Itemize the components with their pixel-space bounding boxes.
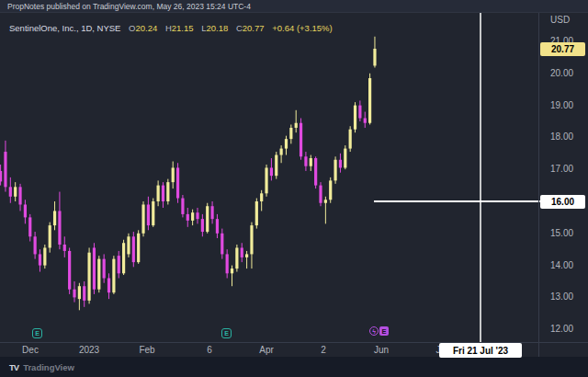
candlestick-chart[interactable] — [0, 0, 588, 377]
time-tick-label: Apr — [259, 345, 274, 355]
candle-body — [226, 254, 229, 273]
tradingview-logo-icon[interactable]: TV — [9, 362, 18, 372]
candle-body — [196, 212, 198, 219]
high-label: H — [165, 23, 172, 33]
candle-body — [265, 167, 267, 193]
candle-body — [250, 225, 253, 254]
candle-body — [122, 243, 125, 273]
footer-bar: TV TradingView — [0, 357, 588, 377]
time-tick-label: Feb — [139, 345, 154, 355]
price-tick-label: 17.00 — [550, 164, 573, 174]
candle-body — [147, 204, 150, 225]
tradingview-brand[interactable]: TradingView — [23, 362, 74, 372]
candle-body — [58, 211, 61, 245]
price-axis-separator — [538, 13, 539, 357]
time-tick-label: 2 — [321, 345, 326, 355]
change-value: +0.64 (+3.15%) — [272, 23, 333, 33]
candle-body — [18, 187, 21, 204]
candle-body — [112, 259, 115, 293]
candle-body — [187, 214, 189, 221]
candle-body — [162, 186, 164, 201]
candle-body — [310, 158, 312, 166]
candle-body — [364, 119, 367, 123]
candle-body — [107, 279, 110, 293]
open-value: 20.24 — [135, 23, 157, 33]
time-tick-label: 2023 — [79, 345, 99, 355]
candle-body — [295, 123, 298, 128]
candle-body — [53, 211, 56, 225]
candle-body — [270, 167, 273, 176]
candle-body — [172, 167, 175, 182]
candle-body — [166, 182, 169, 201]
crosshair-date-badge: Fri 21 Jul '23 — [439, 343, 522, 358]
candle-body — [78, 286, 81, 299]
candle-body — [127, 236, 130, 254]
time-tick-label: 6 — [207, 345, 212, 355]
candle-body — [132, 236, 135, 262]
price-tick-label: 15.00 — [550, 228, 573, 238]
candle-body — [34, 236, 37, 254]
price-tick-label: 13.00 — [550, 291, 573, 302]
symbol-title[interactable]: SentinelOne, Inc., 1D, NYSE — [9, 23, 120, 33]
candle-body — [176, 167, 179, 198]
close-label: C — [236, 23, 243, 33]
candle-body — [9, 187, 12, 196]
candle-body — [210, 206, 213, 219]
candle-body — [304, 156, 307, 166]
candle-body — [220, 234, 223, 255]
candle-body — [93, 247, 96, 289]
earnings-marker-icon[interactable]: E — [221, 328, 232, 338]
candle-body — [157, 186, 160, 201]
candle-body — [68, 251, 71, 290]
candle-body — [87, 253, 90, 301]
price-line-badge: 16.00 — [540, 195, 585, 209]
candle-body — [28, 217, 31, 236]
candle-body — [300, 123, 302, 157]
candle-body — [334, 160, 336, 181]
candle-body — [43, 247, 46, 265]
future-earnings-marker-icon[interactable]: E — [379, 326, 389, 336]
time-tick-label: Dec — [22, 345, 39, 355]
candle-body — [241, 247, 243, 257]
low-value: 20.18 — [207, 23, 229, 33]
candle-body — [319, 186, 322, 203]
candle-body — [14, 187, 17, 196]
candle-body — [97, 259, 100, 290]
bolt-marker-icon[interactable]: ϟ — [369, 326, 379, 336]
candle-body — [285, 139, 288, 148]
candle-body — [4, 152, 6, 187]
candle-body — [324, 200, 327, 202]
candle-body — [152, 201, 154, 225]
candle-body — [216, 219, 219, 234]
candle-body — [24, 204, 27, 217]
currency-label: USD — [550, 15, 570, 25]
candle-body — [354, 106, 356, 130]
candle-body — [73, 290, 75, 298]
candle-body — [339, 160, 342, 168]
price-tick-label: 12.00 — [550, 324, 573, 334]
candle-body — [314, 158, 317, 186]
candle-body — [206, 206, 209, 232]
candle-body — [275, 155, 277, 177]
candle-body — [83, 286, 85, 301]
candle-body — [181, 199, 184, 214]
last-price-badge: 20.77 — [540, 42, 585, 56]
candle-body — [103, 259, 106, 279]
candle-body — [368, 78, 371, 123]
candle-body — [141, 204, 144, 233]
earnings-marker-icon[interactable]: E — [32, 328, 42, 338]
candle-body — [63, 245, 66, 251]
candle-body — [231, 268, 233, 273]
price-tick-label: 18.00 — [550, 131, 573, 142]
candle-body — [344, 149, 346, 168]
candle-body — [349, 130, 352, 149]
high-value: 21.15 — [172, 23, 194, 33]
candle-body — [373, 49, 376, 65]
candle-body — [235, 247, 238, 268]
chart-legend[interactable]: SentinelOne, Inc., 1D, NYSE O20.24 H21.1… — [9, 23, 333, 34]
candle-body — [137, 234, 140, 262]
candle-body — [358, 106, 361, 119]
candle-body — [49, 225, 51, 247]
candle-body — [201, 219, 204, 232]
candle-body — [39, 254, 41, 265]
